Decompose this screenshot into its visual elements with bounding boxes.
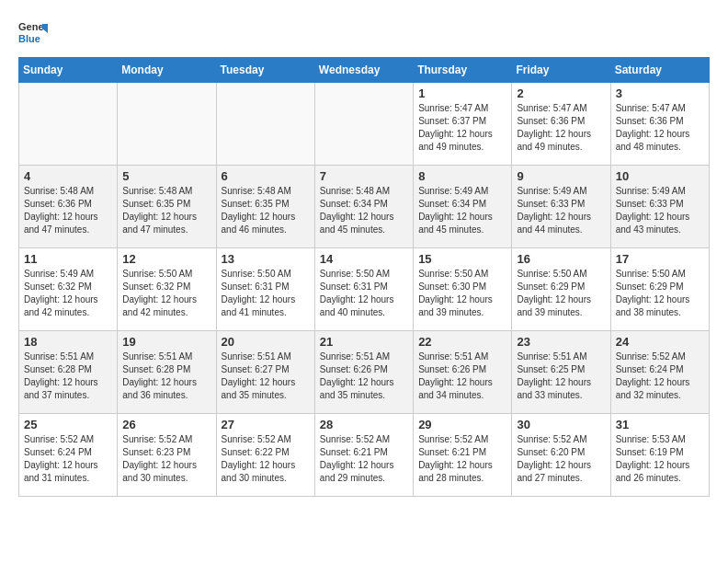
day-info: Sunrise: 5:52 AM Sunset: 6:23 PM Dayligh… [122, 433, 210, 485]
day-number: 11 [24, 252, 112, 266]
calendar-week-3: 11Sunrise: 5:49 AM Sunset: 6:32 PM Dayli… [19, 248, 710, 331]
calendar-cell: 21Sunrise: 5:51 AM Sunset: 6:26 PM Dayli… [314, 331, 413, 414]
calendar-cell: 8Sunrise: 5:49 AM Sunset: 6:34 PM Daylig… [414, 166, 512, 248]
day-info: Sunrise: 5:51 AM Sunset: 6:28 PM Dayligh… [24, 350, 112, 402]
day-info: Sunrise: 5:50 AM Sunset: 6:32 PM Dayligh… [122, 268, 210, 319]
weekday-header-wednesday: Wednesday [314, 58, 413, 83]
day-number: 2 [517, 86, 605, 100]
day-number: 20 [222, 335, 310, 349]
day-info: Sunrise: 5:49 AM Sunset: 6:33 PM Dayligh… [616, 185, 704, 236]
calendar-cell: 14Sunrise: 5:50 AM Sunset: 6:31 PM Dayli… [314, 248, 413, 331]
day-info: Sunrise: 5:51 AM Sunset: 6:28 PM Dayligh… [122, 350, 210, 402]
calendar-week-4: 18Sunrise: 5:51 AM Sunset: 6:28 PM Dayli… [19, 331, 710, 414]
day-number: 7 [320, 169, 408, 183]
day-number: 14 [320, 252, 408, 266]
svg-text:Blue: Blue [18, 33, 40, 44]
day-number: 18 [24, 335, 112, 349]
weekday-header-tuesday: Tuesday [216, 58, 314, 83]
day-number: 22 [418, 335, 506, 349]
day-number: 6 [222, 169, 310, 183]
day-info: Sunrise: 5:48 AM Sunset: 6:35 PM Dayligh… [122, 185, 210, 236]
day-number: 27 [222, 418, 310, 431]
calendar-cell: 7Sunrise: 5:48 AM Sunset: 6:34 PM Daylig… [314, 166, 413, 248]
calendar-cell: 15Sunrise: 5:50 AM Sunset: 6:30 PM Dayli… [414, 248, 512, 331]
day-info: Sunrise: 5:52 AM Sunset: 6:21 PM Dayligh… [320, 433, 408, 485]
day-number: 3 [616, 86, 704, 100]
calendar-week-1: 1Sunrise: 5:47 AM Sunset: 6:37 PM Daylig… [19, 83, 710, 166]
day-info: Sunrise: 5:51 AM Sunset: 6:27 PM Dayligh… [222, 350, 310, 402]
calendar-cell: 27Sunrise: 5:52 AM Sunset: 6:22 PM Dayli… [216, 414, 314, 497]
day-number: 15 [418, 252, 506, 266]
day-number: 28 [320, 418, 408, 431]
calendar-cell [118, 83, 216, 166]
calendar-cell: 23Sunrise: 5:51 AM Sunset: 6:25 PM Dayli… [512, 331, 610, 414]
day-info: Sunrise: 5:52 AM Sunset: 6:20 PM Dayligh… [517, 433, 605, 485]
day-number: 16 [517, 252, 605, 266]
calendar-cell: 5Sunrise: 5:48 AM Sunset: 6:35 PM Daylig… [118, 166, 216, 248]
weekday-header-monday: Monday [118, 58, 216, 83]
calendar-cell: 17Sunrise: 5:50 AM Sunset: 6:29 PM Dayli… [610, 248, 709, 331]
day-number: 12 [122, 252, 210, 266]
day-info: Sunrise: 5:50 AM Sunset: 6:29 PM Dayligh… [616, 268, 704, 319]
day-number: 30 [517, 418, 605, 431]
calendar-cell: 26Sunrise: 5:52 AM Sunset: 6:23 PM Dayli… [118, 414, 216, 497]
day-number: 19 [122, 335, 210, 349]
calendar-week-2: 4Sunrise: 5:48 AM Sunset: 6:36 PM Daylig… [19, 166, 710, 248]
day-info: Sunrise: 5:50 AM Sunset: 6:31 PM Dayligh… [320, 268, 408, 319]
day-info: Sunrise: 5:49 AM Sunset: 6:34 PM Dayligh… [418, 185, 506, 236]
calendar-cell: 9Sunrise: 5:49 AM Sunset: 6:33 PM Daylig… [512, 166, 610, 248]
day-number: 24 [616, 335, 704, 349]
calendar-cell: 25Sunrise: 5:52 AM Sunset: 6:24 PM Dayli… [19, 414, 118, 497]
day-info: Sunrise: 5:51 AM Sunset: 6:25 PM Dayligh… [517, 350, 605, 402]
calendar-cell: 6Sunrise: 5:48 AM Sunset: 6:35 PM Daylig… [216, 166, 314, 248]
calendar-cell: 31Sunrise: 5:53 AM Sunset: 6:19 PM Dayli… [610, 414, 709, 497]
day-number: 25 [24, 418, 112, 431]
calendar-cell: 22Sunrise: 5:51 AM Sunset: 6:26 PM Dayli… [414, 331, 512, 414]
weekday-header-thursday: Thursday [414, 58, 512, 83]
day-info: Sunrise: 5:48 AM Sunset: 6:35 PM Dayligh… [222, 185, 310, 236]
calendar-cell: 24Sunrise: 5:52 AM Sunset: 6:24 PM Dayli… [610, 331, 709, 414]
calendar-week-5: 25Sunrise: 5:52 AM Sunset: 6:24 PM Dayli… [19, 414, 710, 497]
weekday-header-saturday: Saturday [610, 58, 709, 83]
calendar-cell: 3Sunrise: 5:47 AM Sunset: 6:36 PM Daylig… [610, 83, 709, 166]
calendar-cell: 1Sunrise: 5:47 AM Sunset: 6:37 PM Daylig… [414, 83, 512, 166]
calendar-cell: 4Sunrise: 5:48 AM Sunset: 6:36 PM Daylig… [19, 166, 118, 248]
calendar-cell: 11Sunrise: 5:49 AM Sunset: 6:32 PM Dayli… [19, 248, 118, 331]
day-number: 17 [616, 252, 704, 266]
day-number: 8 [418, 169, 506, 183]
day-info: Sunrise: 5:50 AM Sunset: 6:29 PM Dayligh… [517, 268, 605, 319]
day-number: 29 [418, 418, 506, 431]
day-number: 31 [616, 418, 704, 431]
day-number: 21 [320, 335, 408, 349]
calendar-cell: 30Sunrise: 5:52 AM Sunset: 6:20 PM Dayli… [512, 414, 610, 497]
weekday-header-sunday: Sunday [19, 58, 118, 83]
day-info: Sunrise: 5:52 AM Sunset: 6:24 PM Dayligh… [24, 433, 112, 485]
day-info: Sunrise: 5:50 AM Sunset: 6:30 PM Dayligh… [418, 268, 506, 319]
calendar-cell: 28Sunrise: 5:52 AM Sunset: 6:21 PM Dayli… [314, 414, 413, 497]
page-header: General Blue [18, 18, 710, 48]
calendar-cell: 2Sunrise: 5:47 AM Sunset: 6:36 PM Daylig… [512, 83, 610, 166]
day-number: 13 [222, 252, 310, 266]
day-info: Sunrise: 5:48 AM Sunset: 6:34 PM Dayligh… [320, 185, 408, 236]
weekday-header-row: SundayMondayTuesdayWednesdayThursdayFrid… [19, 58, 710, 83]
day-info: Sunrise: 5:47 AM Sunset: 6:37 PM Dayligh… [418, 102, 506, 154]
day-number: 26 [122, 418, 210, 431]
calendar-cell: 29Sunrise: 5:52 AM Sunset: 6:21 PM Dayli… [414, 414, 512, 497]
day-info: Sunrise: 5:49 AM Sunset: 6:33 PM Dayligh… [517, 185, 605, 236]
calendar-cell: 19Sunrise: 5:51 AM Sunset: 6:28 PM Dayli… [118, 331, 216, 414]
calendar-cell [19, 83, 118, 166]
day-info: Sunrise: 5:48 AM Sunset: 6:36 PM Dayligh… [24, 185, 112, 236]
day-info: Sunrise: 5:50 AM Sunset: 6:31 PM Dayligh… [222, 268, 310, 319]
day-number: 5 [122, 169, 210, 183]
calendar-cell: 16Sunrise: 5:50 AM Sunset: 6:29 PM Dayli… [512, 248, 610, 331]
day-number: 4 [24, 169, 112, 183]
calendar-cell: 18Sunrise: 5:51 AM Sunset: 6:28 PM Dayli… [19, 331, 118, 414]
day-info: Sunrise: 5:52 AM Sunset: 6:24 PM Dayligh… [616, 350, 704, 402]
logo-icon: General Blue [18, 18, 48, 48]
day-info: Sunrise: 5:53 AM Sunset: 6:19 PM Dayligh… [616, 433, 704, 485]
day-info: Sunrise: 5:52 AM Sunset: 6:21 PM Dayligh… [418, 433, 506, 485]
calendar-cell: 20Sunrise: 5:51 AM Sunset: 6:27 PM Dayli… [216, 331, 314, 414]
logo: General Blue [18, 18, 48, 48]
day-info: Sunrise: 5:51 AM Sunset: 6:26 PM Dayligh… [418, 350, 506, 402]
day-number: 1 [418, 86, 506, 100]
